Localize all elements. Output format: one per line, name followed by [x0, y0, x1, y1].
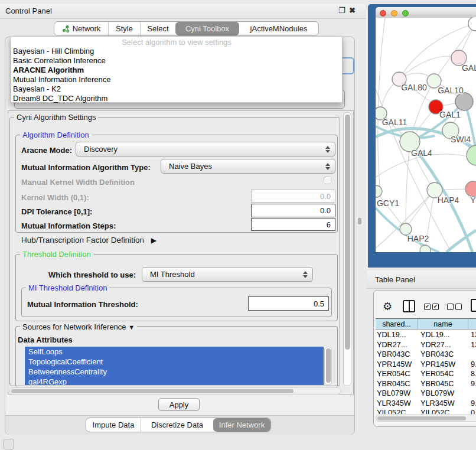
settings-horizontal-scrollbar[interactable]	[9, 387, 341, 394]
control-panel-title: Control Panel	[5, 6, 52, 15]
node-label: GAL	[462, 63, 476, 73]
algorithm-option[interactable]: Bayesian - Hill Climbing	[11, 47, 342, 56]
table-cell: YDL19...	[377, 330, 406, 340]
tab-impute-data[interactable]: Impute Data	[86, 418, 141, 432]
aracne-mode-combobox[interactable]: Discovery	[76, 142, 335, 156]
node-label: GAL11	[382, 118, 407, 127]
network-node[interactable]	[467, 145, 476, 165]
network-node[interactable]	[420, 245, 431, 252]
which-threshold-label: Which threshold to use:	[48, 270, 136, 279]
settings-vertical-scrollbar[interactable]	[343, 112, 351, 386]
data-attribute-item[interactable]: gal4RGexp	[25, 377, 324, 385]
select-all-checkbox-icon[interactable]: ✔	[432, 304, 439, 310]
network-node[interactable]	[468, 17, 476, 31]
table-cell: 13	[471, 330, 476, 340]
table-row[interactable]: YPR145WYPR145W9.	[376, 360, 476, 370]
control-panel-titlebar: Control Panel ❐ ✖	[0, 4, 366, 19]
table-cell: YIL052C	[377, 408, 406, 414]
bottom-tabbar: Impute DataDiscretize DataInfer Network	[86, 418, 271, 432]
tab-discretize-data[interactable]: Discretize Data	[141, 418, 213, 432]
network-node[interactable]	[455, 93, 473, 110]
chevron-right-icon: ▶	[151, 236, 157, 244]
chevron-down-icon: ▼	[128, 324, 135, 331]
node-label: HAP4	[438, 195, 459, 205]
manual-kernel-checkbox[interactable]	[324, 177, 331, 184]
table-row[interactable]: YBR045CYBR045C9.	[376, 379, 476, 389]
algorithm-option[interactable]: Mutual Information Inference	[11, 75, 342, 84]
table-row[interactable]: YIL052CYIL052C0.	[376, 408, 476, 414]
which-threshold-combobox[interactable]: MI Threshold	[142, 267, 313, 282]
tab-select[interactable]: Select	[140, 22, 175, 35]
table-cell: YPR145W	[377, 360, 412, 370]
network-node-hap2[interactable]	[400, 223, 412, 235]
node-label: GAL10	[438, 86, 464, 95]
split-columns-icon[interactable]	[403, 300, 415, 312]
splitter-handle[interactable]	[358, 218, 361, 224]
table-row[interactable]: YLR345WYLR345W9.	[376, 399, 476, 409]
tab-label: Style	[116, 24, 133, 33]
kernel-width-field[interactable]: 0.0	[251, 190, 335, 203]
tab-cyni-toolbox[interactable]: Cyni Toolbox	[175, 22, 239, 35]
deselect-all-checkbox-icon[interactable]	[447, 304, 454, 310]
table-cell: YER054C	[377, 369, 410, 379]
table-panel-titlebar: Table Panel	[367, 270, 476, 289]
data-attribute-item[interactable]: TopologicalCoefficient	[25, 357, 324, 367]
mi-threshold-field[interactable]: 0.5	[248, 296, 329, 311]
sources-group-title: Sources for Network Inference	[22, 322, 126, 331]
algorithm-option[interactable]: ARACNE Algorithm	[11, 66, 342, 75]
algorithm-option[interactable]: Basic Correlation Inference	[11, 56, 342, 66]
mi-type-value: Naive Bayes	[169, 162, 212, 171]
tab-infer-network[interactable]: Infer Network	[213, 418, 270, 432]
data-attribute-item[interactable]: SelfLoops	[25, 347, 324, 357]
float-window-icon[interactable]: ❐	[338, 6, 345, 15]
minimize-traffic-light-icon[interactable]	[391, 10, 397, 17]
tab-style[interactable]: Style	[108, 22, 140, 35]
table-row[interactable]: YDR27...YDR27...12	[376, 340, 476, 350]
collapsed-panel-button[interactable]	[4, 439, 14, 449]
table-cell: YDR27...	[420, 340, 451, 350]
sources-group-toggle[interactable]: Sources for Network Inference ▼	[20, 322, 137, 331]
column-header[interactable]	[468, 318, 476, 330]
table-cell: YBL079W	[420, 389, 454, 399]
table-horizontal-scrollbar[interactable]	[376, 415, 476, 422]
data-attributes-list: SelfLoopsTopologicalCoefficientBetweenne…	[25, 347, 324, 385]
column-header[interactable]: shared...	[376, 318, 418, 330]
network-node-gcy1[interactable]	[376, 185, 382, 197]
algorithm-dropdown-prompt: Select algorithm to view settings	[11, 38, 342, 47]
aracne-mode-label: Aracne Mode:	[21, 146, 72, 155]
dpi-tolerance-field[interactable]: 0.0	[251, 204, 335, 217]
mi-type-combobox[interactable]: Naive Bayes	[161, 159, 335, 174]
data-attribute-item[interactable]: BetweennessCentrality	[25, 367, 324, 377]
application-window: Control Panel ❐ ✖ NetworkStyleSelectCyni…	[0, 0, 476, 450]
table-cell: 12	[471, 340, 476, 350]
table-row[interactable]: YBR043CYBR043C	[376, 350, 476, 360]
attributes-list-scrollbar[interactable]	[324, 347, 332, 385]
algorithm-options-list: Bayesian - Hill ClimbingBasic Correlatio…	[11, 47, 342, 103]
table-row[interactable]: YER054CYER054C8.	[376, 369, 476, 379]
close-traffic-light-icon[interactable]	[380, 10, 386, 17]
hub-section-label: Hub/Transcription Factor Definition	[21, 236, 144, 244]
which-threshold-value: MI Threshold	[150, 270, 195, 279]
deselect-all-checkbox-icon[interactable]	[455, 304, 462, 310]
gear-icon[interactable]: ⚙	[383, 300, 392, 313]
tab-jactivemnodules[interactable]: jActiveMNodules	[239, 22, 318, 35]
algorithm-option[interactable]: Dream8 DC_TDC Algorithm	[11, 94, 342, 103]
apply-button[interactable]: Apply	[158, 398, 200, 411]
table-row[interactable]: YBL079WYBL079W	[376, 389, 476, 399]
algorithm-option[interactable]: Bayesian - K2	[11, 84, 342, 94]
zoom-traffic-light-icon[interactable]	[402, 10, 409, 17]
node-label: GAL4	[411, 148, 432, 158]
mi-steps-field[interactable]: 6	[251, 218, 335, 231]
network-node-y[interactable]	[465, 181, 476, 197]
kernel-width-label: Kernel Width (0,1):	[21, 193, 89, 202]
table-row[interactable]: YDL19...YDL19...13	[376, 330, 476, 340]
select-all-checkbox-icon[interactable]: ✔	[424, 304, 431, 310]
column-header[interactable]: name	[418, 318, 468, 330]
hub-section-toggle[interactable]: Hub/Transcription Factor Definition ▶	[21, 236, 157, 244]
export-table-icon[interactable]	[471, 299, 476, 312]
close-window-icon[interactable]: ✖	[349, 6, 356, 15]
tab-network[interactable]: Network	[54, 22, 108, 35]
table-cell: 9.	[471, 399, 476, 409]
manual-kernel-label: Manual Kernel Width Definition	[21, 178, 135, 187]
tab-label: Discretize Data	[151, 420, 203, 429]
